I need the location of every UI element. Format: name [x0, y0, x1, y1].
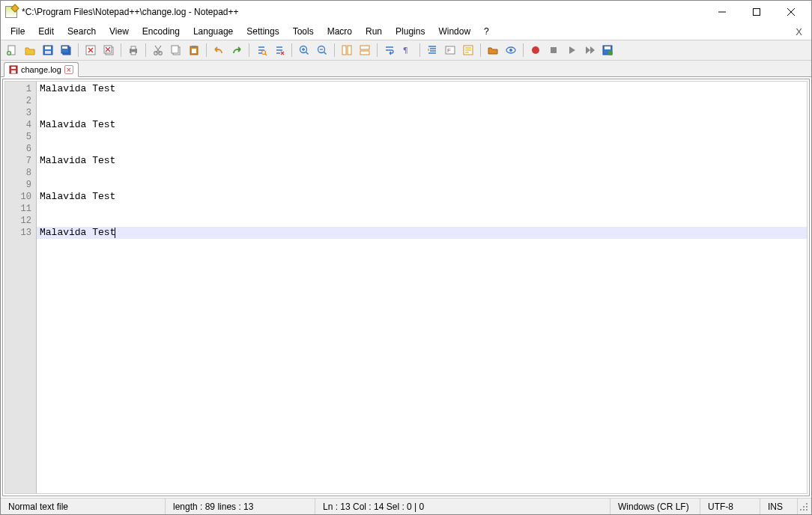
- menu-plugins[interactable]: Plugins: [389, 25, 431, 38]
- editor-line[interactable]: [40, 107, 807, 119]
- tab-change-log[interactable]: change.log ×: [4, 62, 79, 77]
- toolbar-separator: [249, 43, 249, 57]
- menu-file[interactable]: File: [4, 25, 31, 38]
- folder-button[interactable]: [485, 42, 501, 58]
- print-button[interactable]: [125, 42, 142, 58]
- cut-button[interactable]: [150, 42, 166, 58]
- paste-button[interactable]: [186, 42, 202, 58]
- zoom-in-button[interactable]: [296, 42, 312, 58]
- maximize-button[interactable]: [739, 1, 774, 23]
- show-all-button[interactable]: ¶: [399, 42, 416, 58]
- menu-macro[interactable]: Macro: [321, 25, 359, 38]
- save-macro-button[interactable]: [599, 42, 616, 58]
- lang-button[interactable]: F: [442, 42, 458, 58]
- folder-icon: [487, 44, 499, 56]
- menu-edit[interactable]: Edit: [31, 25, 61, 38]
- editor-line[interactable]: [40, 167, 807, 179]
- copy-button[interactable]: [168, 42, 184, 58]
- tab-close-icon[interactable]: ×: [64, 65, 73, 74]
- line-number: 8: [5, 167, 31, 179]
- editor-line[interactable]: Malavida Test: [40, 191, 807, 203]
- svg-text:F: F: [447, 47, 451, 54]
- status-position: Ln : 13 Col : 14 Sel : 0 | 0: [315, 499, 610, 514]
- line-number: 4: [5, 119, 31, 131]
- open-button[interactable]: [22, 42, 38, 58]
- save-icon: [42, 44, 54, 56]
- editor-line[interactable]: Malavida Test: [40, 155, 807, 167]
- line-number: 10: [5, 191, 31, 203]
- editor-line[interactable]: [40, 203, 807, 215]
- play-button[interactable]: [563, 42, 580, 58]
- sync-h-button[interactable]: [357, 42, 373, 58]
- svg-rect-44: [11, 67, 16, 69]
- save-all-button[interactable]: [58, 42, 74, 58]
- menubar-close-x[interactable]: X: [790, 26, 808, 37]
- find-button[interactable]: [253, 42, 270, 58]
- redo-icon: [231, 44, 243, 56]
- line-number: 13: [5, 227, 31, 239]
- sync-v-button[interactable]: [339, 42, 355, 58]
- resize-grip[interactable]: [798, 501, 810, 513]
- svg-rect-11: [62, 46, 67, 49]
- close-button[interactable]: [774, 1, 808, 23]
- lang-icon: F: [444, 44, 456, 56]
- stop-icon: [548, 44, 560, 56]
- zoom-in-icon: [298, 44, 310, 56]
- record-icon: [530, 44, 542, 56]
- indent-guide-button[interactable]: [424, 42, 440, 58]
- monitor-button[interactable]: [503, 42, 519, 58]
- zoom-out-button[interactable]: [314, 42, 330, 58]
- menu-window[interactable]: Window: [431, 25, 477, 38]
- play-multi-button[interactable]: [581, 42, 598, 58]
- menu-q[interactable]: ?: [477, 25, 496, 38]
- close-all-icon: [103, 44, 115, 56]
- stop-button[interactable]: [545, 42, 562, 58]
- editor-line[interactable]: [40, 95, 807, 107]
- line-number: 12: [5, 215, 31, 227]
- svg-rect-23: [192, 46, 196, 48]
- status-eol[interactable]: Windows (CR LF): [610, 499, 700, 514]
- close-all-button[interactable]: [100, 42, 117, 58]
- menu-encoding[interactable]: Encoding: [136, 25, 187, 38]
- save-button[interactable]: [40, 42, 56, 58]
- replace-icon: [273, 44, 285, 56]
- doc-map-icon: [462, 44, 474, 56]
- line-number: 2: [5, 95, 31, 107]
- editor-line[interactable]: [40, 179, 807, 191]
- close-button[interactable]: [82, 42, 99, 58]
- line-number: 9: [5, 179, 31, 191]
- undo-button[interactable]: [210, 42, 227, 58]
- wrap-icon: [384, 44, 396, 56]
- editor-line[interactable]: [40, 143, 807, 155]
- disk-unsaved-icon: [9, 65, 18, 74]
- redo-button[interactable]: [228, 42, 245, 58]
- replace-button[interactable]: [271, 42, 288, 58]
- editor-line[interactable]: Malavida Test: [40, 119, 807, 131]
- minimize-button[interactable]: [705, 1, 739, 23]
- cut-icon: [152, 44, 164, 56]
- wrap-button[interactable]: [381, 42, 398, 58]
- line-number: 7: [5, 155, 31, 167]
- line-number-gutter: 12345678910111213: [5, 82, 37, 493]
- menu-view[interactable]: View: [103, 25, 136, 38]
- record-button[interactable]: [527, 42, 544, 58]
- status-encoding[interactable]: UTF-8: [700, 499, 760, 514]
- new-button[interactable]: [4, 42, 20, 58]
- menu-language[interactable]: Language: [187, 25, 240, 38]
- editor-line[interactable]: Malavida Test: [40, 227, 807, 239]
- text-editor[interactable]: Malavida TestMalavida TestMalavida TestM…: [37, 82, 807, 493]
- svg-rect-39: [551, 47, 557, 53]
- menu-run[interactable]: Run: [359, 25, 389, 38]
- doc-map-button[interactable]: [460, 42, 476, 58]
- status-filetype: Normal text file: [1, 499, 166, 514]
- menu-tools[interactable]: Tools: [286, 25, 321, 38]
- editor-line[interactable]: Malavida Test: [40, 83, 807, 95]
- monitor-icon: [505, 44, 517, 56]
- menu-search[interactable]: Search: [61, 25, 103, 38]
- line-number: 3: [5, 107, 31, 119]
- status-mode[interactable]: INS: [760, 499, 798, 514]
- play-multi-icon: [584, 44, 596, 56]
- menu-settings[interactable]: Settings: [240, 25, 285, 38]
- editor-line[interactable]: [40, 215, 807, 227]
- editor-line[interactable]: [40, 131, 807, 143]
